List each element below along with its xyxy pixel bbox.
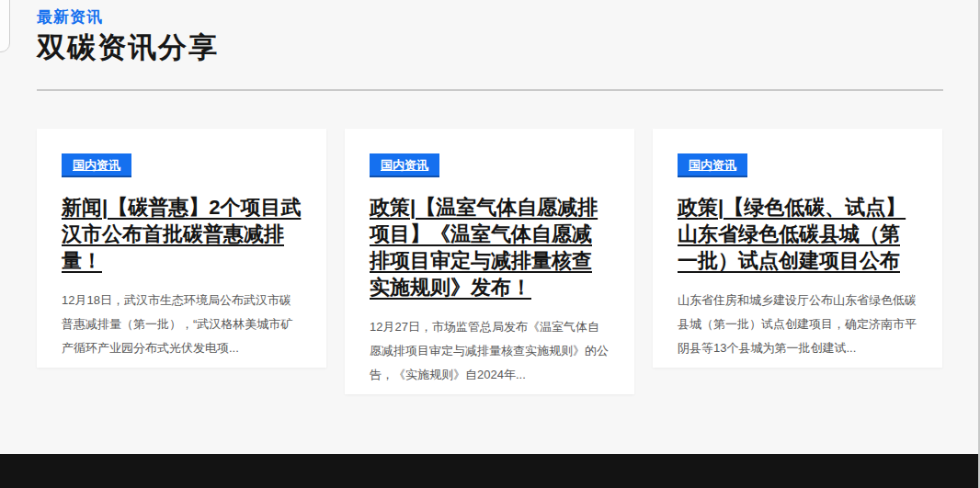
category-badge[interactable]: 国内资讯 (62, 153, 131, 177)
article-title-link[interactable]: 政策|【温室气体自愿减排项目】《温室气体自愿减排项目审定与减排量核查实施规则》发… (370, 196, 598, 299)
partial-corner-widget (0, 0, 10, 52)
section-eyebrow: 最新资讯 (37, 7, 943, 28)
news-card-list: 国内资讯 新闻|【碳普惠】2个项目武汉市公布首批碳普惠减排量！ 12月18日，武… (37, 129, 942, 394)
article-title-link[interactable]: 政策|【绿色低碳、试点】山东省绿色低碳县城（第一批）试点创建项目公布 (678, 196, 906, 272)
article-excerpt: 12月27日，市场监管总局发布《温室气体自愿减排项目审定与减排量核查实施规则》的… (370, 315, 610, 387)
section-header: 最新资讯 双碳资讯分享 (0, 0, 980, 91)
footer-bar (0, 454, 980, 488)
news-card[interactable]: 国内资讯 政策|【温室气体自愿减排项目】《温室气体自愿减排项目审定与减排量核查实… (345, 129, 634, 394)
divider (37, 89, 943, 91)
category-badge[interactable]: 国内资讯 (678, 153, 747, 177)
article-title: 政策|【绿色低碳、试点】山东省绿色低碳县城（第一批）试点创建项目公布 (678, 194, 917, 274)
article-excerpt: 山东省住房和城乡建设厅公布山东省绿色低碳县城（第一批）试点创建项目，确定济南市平… (678, 289, 917, 360)
category-badge[interactable]: 国内资讯 (370, 153, 439, 177)
news-card[interactable]: 国内资讯 政策|【绿色低碳、试点】山东省绿色低碳县城（第一批）试点创建项目公布 … (653, 129, 942, 368)
page-title: 双碳资讯分享 (37, 31, 943, 64)
news-card[interactable]: 国内资讯 新闻|【碳普惠】2个项目武汉市公布首批碳普惠减排量！ 12月18日，武… (37, 129, 326, 368)
article-title: 新闻|【碳普惠】2个项目武汉市公布首批碳普惠减排量！ (62, 194, 302, 274)
article-title: 政策|【温室气体自愿减排项目】《温室气体自愿减排项目审定与减排量核查实施规则》发… (370, 194, 610, 301)
article-excerpt: 12月18日，武汉市生态环境局公布武汉市碳普惠减排量（第一批），“武汉格林美城市… (62, 289, 302, 360)
article-title-link[interactable]: 新闻|【碳普惠】2个项目武汉市公布首批碳普惠减排量！ (62, 196, 301, 272)
